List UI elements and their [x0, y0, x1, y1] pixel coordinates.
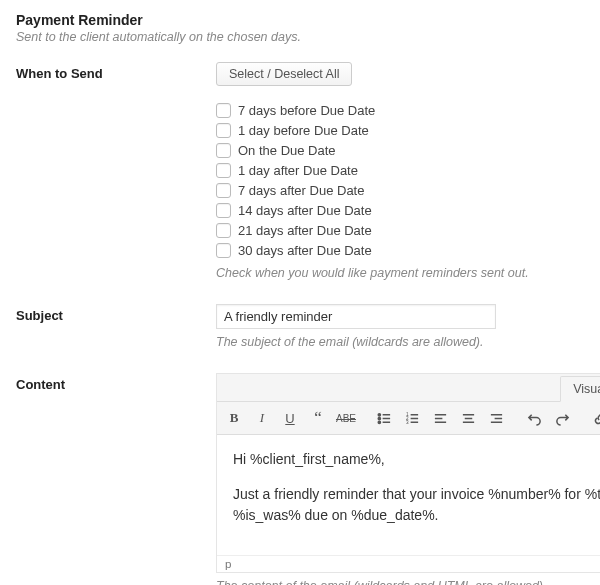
- row-when-to-send: When to Send Select / Deselect All 7 day…: [16, 62, 584, 280]
- when-option-label: On the Due Date: [238, 143, 336, 158]
- align-right-button[interactable]: [483, 405, 509, 431]
- when-option-label: 21 days after Due Date: [238, 223, 372, 238]
- subject-input[interactable]: [216, 304, 496, 329]
- content-paragraph-2: Just a friendly reminder that your invoi…: [233, 484, 600, 526]
- svg-point-4: [378, 421, 380, 423]
- when-option[interactable]: 14 days after Due Date: [216, 200, 584, 220]
- tab-visual[interactable]: Visual: [560, 376, 600, 402]
- when-option-label: 7 days after Due Date: [238, 183, 364, 198]
- select-deselect-all-button[interactable]: Select / Deselect All: [216, 62, 352, 86]
- editor-content-area[interactable]: Hi %client_first_name%, Just a friendly …: [217, 435, 600, 555]
- when-option-label: 1 day before Due Date: [238, 123, 369, 138]
- when-option[interactable]: 30 days after Due Date: [216, 240, 584, 260]
- when-option[interactable]: 1 day before Due Date: [216, 120, 584, 140]
- redo-button[interactable]: [549, 405, 575, 431]
- svg-text:3: 3: [405, 419, 408, 424]
- checkbox-icon[interactable]: [216, 243, 231, 258]
- checkbox-icon[interactable]: [216, 103, 231, 118]
- svg-point-0: [378, 413, 380, 415]
- when-option[interactable]: 21 days after Due Date: [216, 220, 584, 240]
- blockquote-button[interactable]: “: [305, 405, 331, 431]
- editor-path-status: p: [225, 558, 231, 570]
- link-button[interactable]: [587, 405, 600, 431]
- checkbox-icon[interactable]: [216, 163, 231, 178]
- content-paragraph-1: Hi %client_first_name%,: [233, 449, 600, 470]
- numbered-list-button[interactable]: 123: [399, 405, 425, 431]
- subject-label: Subject: [16, 304, 216, 323]
- rich-text-editor: Visual Text B I U “ ABE 123: [216, 373, 600, 573]
- when-option-label: 1 day after Due Date: [238, 163, 358, 178]
- align-center-button[interactable]: [455, 405, 481, 431]
- when-option-label: 14 days after Due Date: [238, 203, 372, 218]
- subject-help-text: The subject of the email (wildcards are …: [216, 335, 584, 349]
- checkbox-icon[interactable]: [216, 203, 231, 218]
- underline-button[interactable]: U: [277, 405, 303, 431]
- content-label: Content: [16, 373, 216, 392]
- strikethrough-button[interactable]: ABE: [333, 405, 359, 431]
- undo-button[interactable]: [521, 405, 547, 431]
- section-title: Payment Reminder: [16, 12, 584, 28]
- when-option[interactable]: 7 days before Due Date: [216, 100, 584, 120]
- editor-toolbar: B I U “ ABE 123: [217, 401, 600, 435]
- svg-point-2: [378, 417, 380, 419]
- when-option-label: 30 days after Due Date: [238, 243, 372, 258]
- checkbox-icon[interactable]: [216, 223, 231, 238]
- when-option[interactable]: 1 day after Due Date: [216, 160, 584, 180]
- section-description: Sent to the client automatically on the …: [16, 30, 584, 44]
- italic-button[interactable]: I: [249, 405, 275, 431]
- when-option-label: 7 days before Due Date: [238, 103, 375, 118]
- when-help-text: Check when you would like payment remind…: [216, 266, 584, 280]
- checkbox-icon[interactable]: [216, 183, 231, 198]
- checkbox-icon[interactable]: [216, 123, 231, 138]
- align-left-button[interactable]: [427, 405, 453, 431]
- when-option[interactable]: 7 days after Due Date: [216, 180, 584, 200]
- bold-button[interactable]: B: [221, 405, 247, 431]
- when-label: When to Send: [16, 62, 216, 81]
- when-option[interactable]: On the Due Date: [216, 140, 584, 160]
- content-help-text: The content of the email (wildcards and …: [216, 579, 600, 585]
- row-subject: Subject The subject of the email (wildca…: [16, 304, 584, 349]
- checkbox-icon[interactable]: [216, 143, 231, 158]
- row-content: Content Visual Text B I U “ ABE 123: [16, 373, 584, 585]
- bulleted-list-button[interactable]: [371, 405, 397, 431]
